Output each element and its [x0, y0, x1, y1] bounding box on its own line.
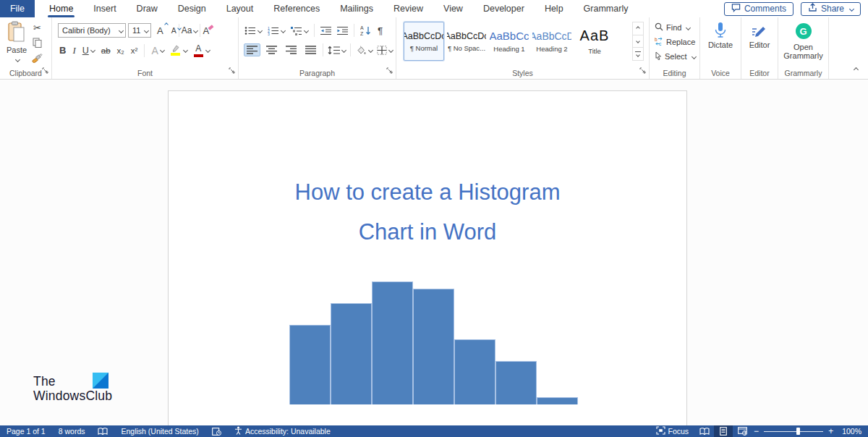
- paragraph-dialog-launcher-icon[interactable]: [386, 64, 393, 77]
- accessibility-icon: [234, 426, 242, 436]
- histogram[interactable]: [289, 281, 582, 404]
- print-layout-button[interactable]: [714, 425, 733, 437]
- align-left-button[interactable]: [244, 44, 260, 56]
- histogram-bar[interactable]: [372, 281, 413, 404]
- histogram-bar[interactable]: [289, 325, 331, 404]
- zoom-slider[interactable]: [764, 425, 823, 437]
- styles-scroll-down-button[interactable]: [633, 35, 643, 48]
- paste-button[interactable]: Paste: [4, 21, 29, 63]
- zoom-out-button[interactable]: −: [752, 426, 761, 436]
- decrease-indent-button[interactable]: [320, 26, 331, 35]
- justify-button[interactable]: [303, 44, 318, 56]
- zoom-level[interactable]: 100%: [835, 425, 868, 437]
- share-button[interactable]: Share: [801, 2, 861, 16]
- tab-view[interactable]: View: [433, 0, 473, 17]
- sort-button[interactable]: AZ: [360, 25, 372, 35]
- tab-home[interactable]: Home: [39, 0, 83, 17]
- tab-design[interactable]: Design: [168, 0, 216, 17]
- style-no-spacing[interactable]: AaBbCcDc ¶ No Spac...: [446, 22, 487, 61]
- accessibility-status[interactable]: Accessibility: Unavailable: [228, 425, 337, 437]
- document-page[interactable]: How to create a Histogram Chart in Word: [168, 90, 687, 425]
- comments-button[interactable]: Comments: [724, 2, 793, 16]
- style-title[interactable]: AaB Title: [574, 22, 615, 61]
- font-size-combo[interactable]: 11: [128, 23, 151, 38]
- line-spacing-button[interactable]: [328, 46, 346, 55]
- grammarly-icon: G: [796, 23, 812, 39]
- show-formatting-marks-button[interactable]: ¶: [378, 25, 383, 36]
- zoom-slider-thumb[interactable]: [796, 428, 800, 435]
- bold-button[interactable]: B: [59, 45, 66, 56]
- histogram-bar[interactable]: [537, 397, 578, 404]
- logo-diamond-icon: [93, 373, 109, 389]
- select-button[interactable]: Select: [655, 51, 696, 61]
- format-painter-icon[interactable]: [32, 52, 43, 64]
- italic-button[interactable]: I: [72, 45, 75, 56]
- read-mode-button[interactable]: [695, 425, 714, 437]
- tab-review[interactable]: Review: [383, 0, 433, 17]
- style-normal[interactable]: AaBbCcDc ¶ Normal: [404, 22, 444, 61]
- subscript-button[interactable]: x₂: [117, 46, 124, 55]
- copy-icon[interactable]: [32, 37, 43, 48]
- styles-dialog-launcher-icon[interactable]: [639, 64, 646, 77]
- chevron-down-icon: [144, 27, 149, 33]
- clipboard-icon: [7, 35, 26, 44]
- superscript-button[interactable]: x²: [131, 46, 138, 55]
- word-count[interactable]: 8 words: [52, 425, 92, 437]
- cut-icon[interactable]: ✂: [32, 22, 43, 33]
- change-case-button[interactable]: Aa: [182, 25, 198, 35]
- page-count[interactable]: Page 1 of 1: [0, 425, 52, 437]
- clipboard-dialog-launcher-icon[interactable]: [42, 64, 48, 77]
- find-button[interactable]: Find: [655, 22, 696, 33]
- underline-button[interactable]: U: [82, 46, 95, 56]
- multilevel-list-button[interactable]: [291, 26, 308, 35]
- shrink-font-button[interactable]: A: [171, 26, 176, 35]
- proofing-icon[interactable]: [91, 425, 114, 437]
- tab-insert[interactable]: Insert: [83, 0, 126, 17]
- editor-button[interactable]: Editor: [741, 22, 778, 49]
- font-dialog-launcher-icon[interactable]: [229, 64, 235, 77]
- borders-button[interactable]: [377, 46, 393, 55]
- web-layout-button[interactable]: [733, 425, 752, 437]
- document-status-icon[interactable]: [205, 425, 228, 437]
- clipboard-group: Paste ✂ Clipboard: [0, 17, 52, 79]
- clear-formatting-button[interactable]: A: [203, 25, 209, 36]
- file-tab[interactable]: File: [0, 0, 35, 17]
- text-effects-button[interactable]: A: [151, 45, 163, 56]
- bullets-button[interactable]: [244, 26, 262, 35]
- histogram-bar[interactable]: [454, 339, 495, 404]
- dictate-button[interactable]: Dictate: [700, 22, 741, 49]
- language-selector[interactable]: English (United States): [114, 425, 205, 437]
- tab-developer[interactable]: Developer: [473, 0, 535, 17]
- font-name-combo[interactable]: Calibri (Body): [58, 23, 126, 38]
- share-label: Share: [821, 4, 844, 14]
- histogram-bar[interactable]: [495, 361, 537, 404]
- zoom-in-button[interactable]: +: [826, 426, 835, 436]
- highlight-color-button[interactable]: [171, 45, 181, 56]
- search-icon: [655, 22, 663, 33]
- tab-mailings[interactable]: Mailings: [330, 0, 383, 17]
- tab-grammarly[interactable]: Grammarly: [574, 0, 639, 17]
- collapse-ribbon-button[interactable]: [852, 61, 858, 75]
- tab-help[interactable]: Help: [535, 0, 574, 17]
- font-color-button[interactable]: A: [194, 43, 203, 57]
- increase-indent-button[interactable]: [337, 26, 348, 35]
- numbering-button[interactable]: 123: [268, 26, 285, 35]
- chevron-down-icon: [119, 27, 124, 33]
- styles-scroll-up-button[interactable]: [633, 22, 643, 35]
- tab-layout[interactable]: Layout: [216, 0, 264, 17]
- tab-draw[interactable]: Draw: [127, 0, 168, 17]
- align-right-button[interactable]: [284, 44, 299, 56]
- tab-references[interactable]: References: [263, 0, 330, 17]
- align-center-button[interactable]: [264, 44, 279, 56]
- style-heading-2[interactable]: AaBbCcD Heading 2: [532, 22, 572, 61]
- shading-button[interactable]: [355, 46, 373, 55]
- histogram-bar[interactable]: [331, 303, 372, 404]
- style-heading-1[interactable]: AaBbCc Heading 1: [489, 22, 529, 61]
- strikethrough-button[interactable]: ab: [101, 46, 111, 55]
- grow-font-button[interactable]: A: [157, 25, 163, 36]
- replace-button[interactable]: bc Replace: [655, 37, 696, 47]
- histogram-bar[interactable]: [413, 289, 454, 404]
- styles-more-button[interactable]: [633, 48, 643, 60]
- open-grammarly-button[interactable]: G Open Grammarly: [778, 22, 828, 60]
- focus-mode-button[interactable]: Focus: [650, 425, 696, 437]
